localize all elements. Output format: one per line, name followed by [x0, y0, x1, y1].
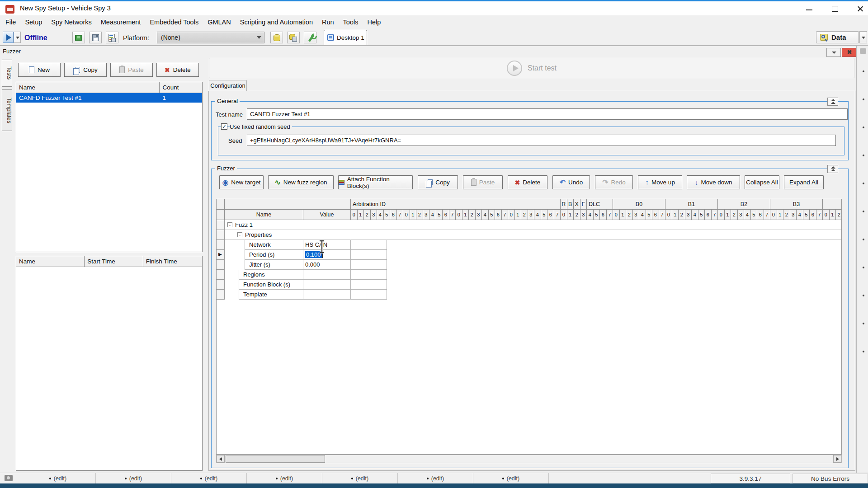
bit-header[interactable]: 4: [534, 210, 541, 220]
bit-header[interactable]: 0: [718, 210, 725, 220]
run-play-button[interactable]: [3, 32, 14, 43]
tab-configuration[interactable]: Configuration: [209, 80, 247, 91]
bit-header[interactable]: 5: [384, 210, 391, 220]
bit-header[interactable]: 2: [574, 210, 580, 220]
bit-header[interactable]: 1: [515, 210, 522, 220]
menu-setup[interactable]: Setup: [20, 19, 47, 26]
bit-header[interactable]: 3: [633, 210, 640, 220]
property-name-cell[interactable]: Function Block (s): [239, 280, 303, 290]
property-value-cell[interactable]: 0.000: [303, 260, 351, 270]
start-test-button[interactable]: Start test: [209, 58, 854, 78]
bit-header[interactable]: 3: [580, 210, 587, 220]
bit-header[interactable]: 5: [541, 210, 548, 220]
attach-function-block-s--button[interactable]: Attach Function Block(s): [338, 175, 413, 189]
bit-header[interactable]: 7: [659, 210, 666, 220]
bit-header[interactable]: 7: [502, 210, 509, 220]
copy-button[interactable]: Copy: [418, 175, 458, 189]
bit-header[interactable]: 0: [351, 210, 358, 220]
property-value-cell[interactable]: 0.100: [303, 250, 351, 260]
bit-header[interactable]: 2: [626, 210, 633, 220]
property-value-cell[interactable]: [303, 280, 351, 290]
row-selector-cell[interactable]: [217, 260, 225, 270]
bit-header[interactable]: 4: [482, 210, 489, 220]
fuzzer-collapse-button[interactable]: [827, 165, 838, 173]
paste-button[interactable]: Paste: [463, 175, 503, 189]
property-value-cell[interactable]: [303, 270, 351, 280]
collapse-all-button[interactable]: Collapse All: [745, 175, 779, 189]
grid-header-cell[interactable]: Arbitration ID: [351, 199, 561, 209]
grid-row-function-block-s-[interactable]: Function Block (s): [217, 280, 841, 290]
bit-header[interactable]: 3: [790, 210, 797, 220]
bit-header[interactable]: 2: [836, 210, 842, 220]
bit-header[interactable]: 4: [429, 210, 436, 220]
save-button[interactable]: [89, 32, 102, 43]
property-name-cell[interactable]: Jitter (s): [245, 260, 303, 270]
menu-measurement[interactable]: Measurement: [96, 19, 146, 26]
new-test-button[interactable]: New: [18, 63, 61, 77]
menu-embedded-tools[interactable]: Embedded Tools: [145, 19, 203, 26]
move-up-button[interactable]: ↑Move up: [638, 175, 682, 189]
bit-header[interactable]: 1: [567, 210, 574, 220]
tab-desktop-1[interactable]: Desktop 1: [324, 30, 367, 45]
bit-header[interactable]: 4: [797, 210, 803, 220]
redo-button[interactable]: ↷Redo: [595, 175, 633, 189]
tab-tests[interactable]: Tests: [2, 60, 12, 87]
column-header-name[interactable]: Name: [16, 256, 85, 267]
copy-test-button[interactable]: Copy: [64, 63, 107, 77]
property-name-cell[interactable]: Network: [245, 240, 303, 250]
panel-collapse-button[interactable]: [826, 48, 841, 57]
bit-header[interactable]: 0: [823, 210, 830, 220]
bit-header[interactable]: 1: [410, 210, 417, 220]
scrollbar-thumb[interactable]: [226, 455, 325, 463]
column-header-name[interactable]: Name: [16, 82, 160, 93]
bit-header[interactable]: 5: [594, 210, 600, 220]
bit-header[interactable]: 7: [764, 210, 771, 220]
grid-row-period-s-[interactable]: ▶Period (s)0.100: [217, 250, 841, 260]
bit-header[interactable]: 7: [554, 210, 561, 220]
bit-header[interactable]: 2: [364, 210, 371, 220]
bit-header[interactable]: 4: [587, 210, 594, 220]
grid-header-cell[interactable]: F: [580, 199, 587, 209]
platform-select[interactable]: (None): [157, 32, 264, 43]
bit-header[interactable]: 6: [705, 210, 712, 220]
status-edit-segment[interactable]: (edit): [20, 473, 96, 483]
bit-header[interactable]: 1: [358, 210, 364, 220]
bit-header[interactable]: 3: [476, 210, 482, 220]
bit-header[interactable]: 0: [508, 210, 515, 220]
bit-header[interactable]: 7: [816, 210, 823, 220]
grid-header-cell[interactable]: [823, 199, 842, 209]
status-edit-segment[interactable]: (edit): [171, 473, 247, 483]
grid-row-fuzz-1[interactable]: -Fuzz 1: [217, 220, 841, 230]
bit-header[interactable]: 5: [751, 210, 758, 220]
scroll-left-button[interactable]: [217, 455, 225, 463]
bit-header[interactable]: 0: [456, 210, 462, 220]
bit-header[interactable]: 0: [665, 210, 672, 220]
scroll-right-button[interactable]: [833, 455, 841, 463]
grid-row-regions[interactable]: Regions: [217, 270, 841, 280]
bit-header[interactable]: 0: [770, 210, 777, 220]
bit-header[interactable]: 3: [738, 210, 745, 220]
property-name-cell[interactable]: Template: [239, 290, 303, 300]
bit-header[interactable]: 1: [777, 210, 784, 220]
bit-header[interactable]: 0: [561, 210, 567, 220]
grid-header-cell[interactable]: R: [561, 199, 567, 209]
logging-button[interactable]: [106, 32, 118, 43]
tab-templates[interactable]: Templates: [2, 89, 12, 131]
bit-header[interactable]: 2: [783, 210, 790, 220]
delete-button[interactable]: ✖Delete: [508, 175, 547, 189]
bit-header[interactable]: 5: [489, 210, 495, 220]
paste-test-button[interactable]: Paste: [110, 63, 153, 77]
bit-header[interactable]: 6: [443, 210, 449, 220]
grid-header-cell[interactable]: DLC: [587, 199, 613, 209]
delete-test-button[interactable]: ✖Delete: [156, 63, 199, 77]
menu-help[interactable]: Help: [363, 19, 385, 26]
bit-header[interactable]: 0: [403, 210, 410, 220]
bit-header[interactable]: 4: [744, 210, 751, 220]
menu-gmlan[interactable]: GMLAN: [203, 19, 236, 26]
grid-header-cell[interactable]: B3: [770, 199, 823, 209]
bit-header[interactable]: 6: [600, 210, 607, 220]
database-export-button[interactable]: [287, 32, 300, 43]
bit-header[interactable]: 4: [692, 210, 698, 220]
menu-file[interactable]: File: [1, 19, 20, 26]
menu-scripting-and-automation[interactable]: Scripting and Automation: [236, 19, 317, 26]
